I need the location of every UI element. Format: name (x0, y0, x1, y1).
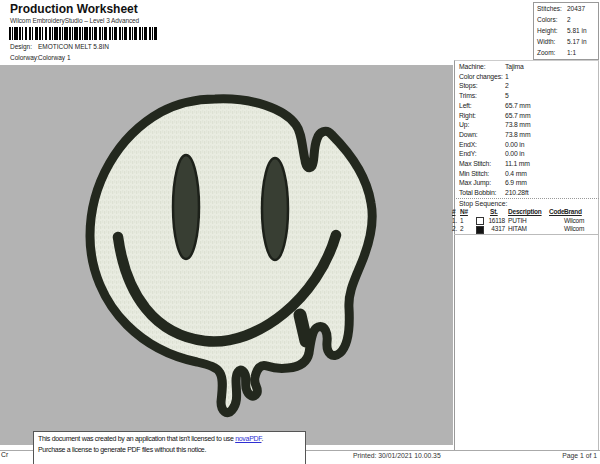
page-title: Production Worksheet (10, 2, 138, 16)
table-row: 1. 1 16118 PUTIH Wilcom (452, 217, 598, 226)
detail-row-right: Right:65.7 mm (454, 111, 598, 121)
detail-row-max-jump: Max Jump:6.9 mm (454, 178, 598, 188)
colorway-row: Colorway:Colorway 1 (10, 54, 71, 61)
detail-row-trims: Trims:5 (454, 91, 598, 101)
left-eye (173, 155, 199, 259)
right-eye (262, 158, 288, 260)
detail-row-down: Down:73.8 mm (454, 130, 598, 140)
thread-color-swatch (476, 217, 484, 225)
thread-color-swatch (476, 226, 484, 234)
detail-row-left: Left:65.7 mm (454, 101, 598, 111)
production-worksheet-page: Production Worksheet Wilcom EmbroiderySt… (0, 0, 600, 464)
detail-row-total-bobbin: Total Bobbin:210.28ft (454, 188, 598, 198)
col-header-st: St. (487, 208, 505, 217)
license-notice-box: This document was created by an applicat… (33, 431, 306, 464)
design-row: Design:EMOTICON MELT 5.8IN (10, 43, 109, 50)
barcode-graphic (9, 27, 157, 40)
page-number: Page 1 of 1 (560, 452, 597, 459)
table-row: 2. 2 4317 HITAM Wilcom (452, 225, 598, 234)
notice-line-1: This document was created by an applicat… (38, 434, 301, 445)
printed-timestamp: Printed: 30/01/2021 10.00.35 (353, 452, 441, 459)
stop-sequence-table: # N# St. Description Code Brand 1. 1 161… (452, 208, 598, 234)
colorway-value: Colorway 1 (38, 54, 71, 61)
novapdf-link[interactable]: novaPDF (235, 435, 261, 442)
stats-row-height: Height:5.81 in (534, 25, 598, 36)
stats-row-stitches: Stitches:20437 (534, 3, 598, 14)
detail-row-stops: Stops:2 (454, 81, 598, 91)
stop-sequence-bottom-border (454, 234, 599, 235)
detail-row-min-stitch: Min Stitch:0.4 mm (454, 169, 598, 179)
detail-row-up: Up:73.8 mm (454, 120, 598, 130)
detail-row-endx: EndX:0.00 in (454, 140, 598, 150)
colorway-label: Colorway: (10, 54, 38, 61)
smile-drip (300, 315, 306, 341)
machine-details-list: Machine:Tajima Color changes:1 Stops:2 T… (454, 62, 598, 198)
detail-row-max-stitch: Max Stitch:11.1 mm (454, 159, 598, 169)
melting-smiley-design (0, 65, 453, 445)
stop-sequence-separator (454, 198, 599, 199)
cropped-footer-text: Cr (1, 451, 8, 458)
app-subtitle: Wilcom EmbroideryStudio – Level 3 Advanc… (10, 17, 139, 24)
stitch-stats-box: Stitches:20437 Colors:2 Height:5.81 in W… (533, 2, 599, 60)
detail-row-machine: Machine:Tajima (454, 62, 598, 72)
notice-line-2: Purchase a license to generate PDF files… (38, 445, 301, 456)
col-header-description: Description (505, 208, 547, 217)
design-canvas (0, 65, 453, 445)
col-header-num: # (452, 208, 460, 217)
stats-row-width: Width:5.17 in (534, 36, 598, 47)
col-header-needle: N# (460, 208, 476, 217)
detail-row-color-changes: Color changes:1 (454, 72, 598, 82)
col-header-brand: Brand (563, 208, 596, 217)
design-value: EMOTICON MELT 5.8IN (38, 43, 109, 50)
stats-row-zoom: Zoom:1:1 (534, 47, 598, 58)
stop-sequence-title: Stop Sequence: (459, 200, 507, 207)
design-label: Design: (10, 43, 38, 50)
stats-row-colors: Colors:2 (534, 14, 598, 25)
col-header-code: Code (547, 208, 563, 217)
stop-sequence-header-row: # N# St. Description Code Brand (452, 208, 598, 217)
detail-row-endy: EndY:0.00 in (454, 149, 598, 159)
